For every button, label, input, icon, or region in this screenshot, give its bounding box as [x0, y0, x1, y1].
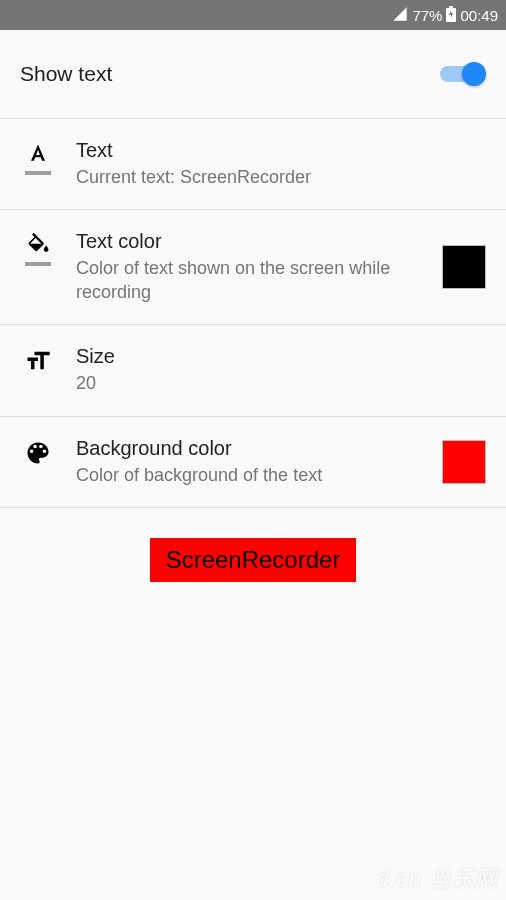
text-setting[interactable]: Text Current text: ScreenRecorder	[0, 119, 506, 209]
text-label: Text	[76, 139, 486, 162]
format-color-fill-icon	[20, 230, 56, 266]
size-setting[interactable]: Size 20	[0, 325, 506, 415]
toggle-thumb	[462, 62, 486, 86]
format-size-icon	[20, 345, 56, 375]
bg-color-sub: Color of background of the text	[76, 464, 422, 487]
status-bar: 77% 00:49	[0, 0, 506, 30]
size-label: Size	[76, 345, 486, 368]
preview-badge: ScreenRecorder	[150, 538, 357, 582]
show-text-label: Show text	[20, 62, 440, 86]
bg-color-swatch[interactable]	[442, 440, 486, 484]
battery-percent: 77%	[412, 7, 442, 24]
bg-color-label: Background color	[76, 437, 422, 460]
show-text-toggle[interactable]	[440, 60, 486, 88]
size-sub: 20	[76, 372, 486, 395]
battery-charging-icon	[446, 6, 456, 25]
text-color-sub: Color of text shown on the screen while …	[76, 257, 422, 304]
text-color-setting[interactable]: Text color Color of text shown on the sc…	[0, 210, 506, 324]
text-format-icon	[20, 139, 56, 175]
text-color-label: Text color	[76, 230, 422, 253]
preview-area: ScreenRecorder	[0, 508, 506, 582]
text-color-swatch[interactable]	[442, 245, 486, 289]
status-time: 00:49	[460, 7, 498, 24]
watermark: d.cn 当乐网	[376, 864, 498, 894]
show-text-row[interactable]: Show text	[0, 30, 506, 118]
background-color-setting[interactable]: Background color Color of background of …	[0, 417, 506, 507]
palette-icon	[20, 437, 56, 467]
signal-icon	[392, 6, 408, 25]
text-sub: Current text: ScreenRecorder	[76, 166, 486, 189]
